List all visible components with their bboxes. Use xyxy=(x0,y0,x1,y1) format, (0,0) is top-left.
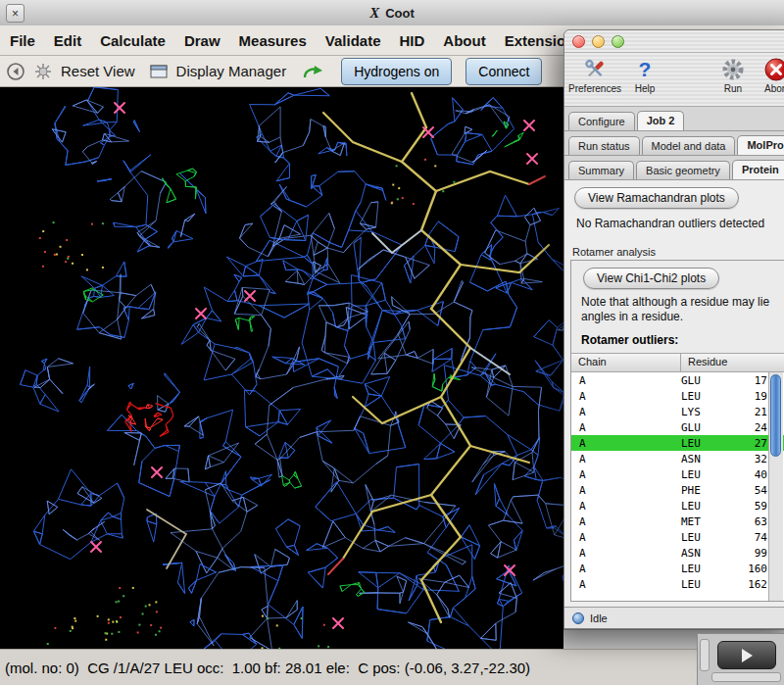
x11-logo-icon: X xyxy=(369,5,379,22)
tab-job-2[interactable]: Job 2 xyxy=(637,111,685,130)
tab-basic-geometry[interactable]: Basic geometry xyxy=(636,161,730,179)
table-row[interactable]: ALEU74 xyxy=(571,529,784,545)
menu-validate[interactable]: Validate xyxy=(325,32,381,49)
window-title: X Coot xyxy=(369,5,415,22)
menu-hid[interactable]: HID xyxy=(400,32,425,49)
close-window-icon[interactable]: × xyxy=(6,4,24,23)
view-ramachandran-plots-button[interactable]: View Ramachandran plots xyxy=(574,187,739,209)
tab-protein[interactable]: Protein xyxy=(732,160,784,179)
abort-button[interactable]: Abort xyxy=(759,56,784,94)
rotamer-outliers-table: Chain Residue AGLU17ALEU19ALYS21AGLU24AL… xyxy=(571,353,784,601)
question-icon: ? xyxy=(639,56,652,82)
tab-configure[interactable]: Configure xyxy=(568,112,635,130)
table-row[interactable]: AGLU17 xyxy=(571,372,784,388)
rotamer-note-line1: Note that although a residue may lie xyxy=(581,295,784,310)
section-tabs: Summary Basic geometry Protein C xyxy=(564,156,784,180)
menu-about[interactable]: About xyxy=(443,32,485,49)
table-row[interactable]: AGLU24 xyxy=(571,419,784,435)
data-tabs: Run status Model and data MolProbity xyxy=(564,131,784,156)
mac-titlebar[interactable] xyxy=(564,30,784,53)
menu-calculate[interactable]: Calculate xyxy=(100,32,166,49)
tab-summary[interactable]: Summary xyxy=(568,161,634,179)
table-row[interactable]: APHE54 xyxy=(571,482,784,498)
column-header-chain[interactable]: Chain xyxy=(571,354,681,372)
table-row[interactable]: AASN99 xyxy=(571,545,784,561)
validation-window: Preferences ? Help Run Abort Configur xyxy=(564,29,784,629)
gear-icon xyxy=(720,56,746,82)
table-row[interactable]: ALEU59 xyxy=(571,498,784,514)
rotamer-analysis-panel: View Chi1-Chi2 plots Note that although … xyxy=(570,260,784,602)
column-header-residue[interactable]: Residue xyxy=(681,354,784,372)
minimize-traffic-light[interactable] xyxy=(592,35,605,48)
job-tabs: Configure Job 2 xyxy=(564,107,784,131)
zoom-traffic-light[interactable] xyxy=(612,35,624,48)
status-sphere-icon xyxy=(572,612,584,624)
go-arrow-icon[interactable] xyxy=(302,63,325,80)
table-body: AGLU17ALEU19ALYS21AGLU24ALEU27AASN32ALEU… xyxy=(571,372,784,601)
protein-tab-content: View Ramachandran plots No Ramachandran … xyxy=(564,180,784,607)
tools-icon xyxy=(582,56,608,82)
mini-horizontal-scrollbar[interactable] xyxy=(711,672,781,682)
display-manager-icon[interactable] xyxy=(149,63,169,80)
rotamer-analysis-label: Rotamer analysis xyxy=(572,246,784,258)
tab-molprobity[interactable]: MolProbity xyxy=(737,135,784,155)
abort-icon xyxy=(763,56,784,82)
connect-toggle-button[interactable]: Connect xyxy=(466,58,542,85)
hydrogens-toggle-button[interactable]: Hydrogens on xyxy=(341,58,452,85)
reset-view-button[interactable]: Reset View xyxy=(61,63,135,79)
view-chi1-chi2-plots-button[interactable]: View Chi1-Chi2 plots xyxy=(583,268,719,289)
rotamer-note-line2: angles in a residue. xyxy=(581,310,784,324)
coot-titlebar: × X Coot xyxy=(0,0,784,26)
rotamer-outliers-label: Rotamer outliers: xyxy=(581,333,784,347)
table-row[interactable]: ALYS21 xyxy=(571,404,784,419)
idle-status-text: Idle xyxy=(590,612,608,624)
abort-label: Abort xyxy=(764,83,784,94)
table-row[interactable]: ALEU27 xyxy=(571,435,784,451)
table-row[interactable]: ALEU19 xyxy=(571,388,784,404)
help-button[interactable]: ? Help xyxy=(627,56,662,94)
preferences-label: Preferences xyxy=(568,83,621,94)
table-row[interactable]: ALEU160 xyxy=(571,561,784,576)
menu-file[interactable]: File xyxy=(10,32,35,49)
table-scrollbar[interactable] xyxy=(768,372,783,601)
table-header: Chain Residue xyxy=(571,354,784,372)
back-icon[interactable] xyxy=(6,62,25,81)
menu-measures[interactable]: Measures xyxy=(239,32,307,49)
play-button[interactable] xyxy=(717,641,776,669)
atom-status-text: (mol. no: 0) CG /1/A/27 LEU occ: 1.00 bf… xyxy=(5,660,530,676)
menu-edit[interactable]: Edit xyxy=(54,32,81,49)
mini-vertical-scrollbar[interactable] xyxy=(700,639,710,671)
run-label: Run xyxy=(724,83,742,94)
table-row[interactable]: ALEU162 xyxy=(571,576,784,592)
window-title-text: Coot xyxy=(385,6,415,21)
run-button[interactable]: Run xyxy=(715,56,751,94)
menu-draw[interactable]: Draw xyxy=(184,32,220,49)
play-icon xyxy=(742,649,753,662)
scrollbar-thumb[interactable] xyxy=(770,374,781,457)
mini-control-panel xyxy=(697,633,784,685)
table-row[interactable]: AASN32 xyxy=(571,451,784,466)
validation-status-bar: Idle xyxy=(564,607,784,628)
table-row[interactable]: AMET63 xyxy=(571,514,784,529)
validation-toolbar: Preferences ? Help Run Abort xyxy=(564,53,784,107)
coot-status-bar: (mol. no: 0) CG /1/A/27 LEU occ: 1.00 bf… xyxy=(0,649,784,685)
tab-run-status[interactable]: Run status xyxy=(568,136,640,155)
close-traffic-light[interactable] xyxy=(572,35,585,48)
display-manager-button[interactable]: Display Manager xyxy=(176,63,287,79)
reset-view-icon[interactable] xyxy=(33,62,53,81)
table-row[interactable]: ALEU40 xyxy=(571,466,784,482)
preferences-button[interactable]: Preferences xyxy=(570,56,619,94)
ramachandran-note: No Ramachandran outliers detected xyxy=(576,217,784,230)
help-label: Help xyxy=(635,83,656,94)
tab-model-and-data[interactable]: Model and data xyxy=(642,136,736,155)
